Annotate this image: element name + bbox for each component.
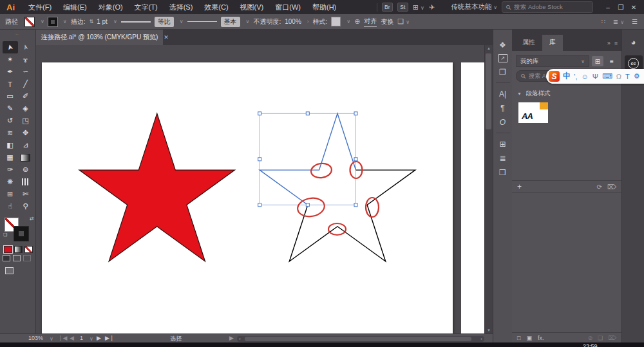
- artboard-number[interactable]: 1: [80, 335, 83, 341]
- fill-swatch[interactable]: [24, 17, 35, 27]
- swap-fill-stroke-icon[interactable]: ⇄: [30, 216, 34, 221]
- settings-icon[interactable]: ⚙: [634, 72, 640, 80]
- control-menu-icon[interactable]: ☰: [632, 18, 638, 25]
- scroll-down-icon[interactable]: ▼: [485, 328, 493, 332]
- paintbrush-tool[interactable]: ✐: [18, 90, 33, 102]
- stock-button[interactable]: St: [397, 3, 408, 12]
- menu-file[interactable]: 文件(F): [23, 3, 57, 12]
- width-tool[interactable]: ≋: [3, 127, 18, 139]
- lasso-tool[interactable]: ɤ: [18, 53, 33, 66]
- zoom-dropdown-icon[interactable]: ∨: [50, 336, 53, 342]
- export-icon[interactable]: ↗: [498, 54, 507, 62]
- graphic-style-swatch[interactable]: [331, 17, 341, 26]
- horizontal-scrollbar[interactable]: ‹ ›: [237, 336, 484, 342]
- column-graph-tool[interactable]: [18, 176, 33, 188]
- collapse-panel-icon[interactable]: »: [607, 40, 611, 46]
- shaper-tool[interactable]: ✎: [3, 102, 18, 115]
- screen-mode-button[interactable]: [5, 267, 14, 274]
- horizontal-scroll-thumb[interactable]: [245, 337, 471, 341]
- free-transform-tool[interactable]: ✥: [18, 127, 33, 139]
- mic-icon[interactable]: Ψ: [592, 73, 598, 80]
- close-button[interactable]: ✕: [627, 4, 640, 11]
- mesh-tool[interactable]: ▦: [3, 151, 18, 164]
- user-icon[interactable]: Ω: [616, 73, 621, 80]
- vertical-scrollbar[interactable]: ▲ ▼: [484, 45, 493, 333]
- blend-tool[interactable]: ⊚: [18, 164, 33, 176]
- draw-inside-button[interactable]: [23, 255, 31, 261]
- scroll-left-icon[interactable]: ‹: [239, 336, 241, 342]
- align-icon[interactable]: ≣: [499, 153, 506, 163]
- opentype-icon[interactable]: O: [500, 117, 506, 127]
- transform-icon[interactable]: ⊞: [499, 139, 506, 149]
- artboard[interactable]: [42, 62, 453, 333]
- symbol-sprayer-tool[interactable]: ❋: [3, 176, 18, 188]
- paragraph-styles-icon[interactable]: ¶: [500, 103, 504, 113]
- document-setup-icon[interactable]: ⊕: [354, 17, 360, 26]
- eyedropper-tool[interactable]: ✑: [3, 164, 18, 176]
- zoom-level[interactable]: 103%: [28, 335, 43, 341]
- layers-icon[interactable]: ❖: [499, 40, 506, 50]
- curvature-tool[interactable]: ∽: [18, 66, 33, 78]
- fill-box-icon[interactable]: ▣: [526, 335, 532, 341]
- bridge-button[interactable]: Br: [382, 3, 393, 12]
- document-tab[interactable]: 连接路径.ai* @ 103% (CMYK/GPU 预览) ✕: [35, 30, 163, 45]
- menu-window[interactable]: 窗口(W): [269, 3, 307, 12]
- rectangle-tool[interactable]: ▭: [3, 90, 18, 102]
- opacity-value[interactable]: 100%: [285, 18, 301, 25]
- ime-mode-toggle[interactable]: 中: [563, 71, 571, 82]
- artboards-icon[interactable]: ❐: [499, 67, 506, 77]
- delete-library-icon[interactable]: ⌦: [607, 183, 616, 191]
- direct-selection-tool[interactable]: ➢: [18, 41, 33, 53]
- sync-icon[interactable]: ⟳: [596, 183, 601, 191]
- stroke-box-icon[interactable]: □: [517, 335, 520, 341]
- chevron-down-icon[interactable]: ∨: [63, 19, 67, 24]
- scroll-right-icon[interactable]: ›: [480, 336, 482, 342]
- chevron-down-icon[interactable]: ∨: [346, 19, 350, 24]
- chevron-down-icon[interactable]: ∨: [180, 19, 184, 24]
- emoji-icon[interactable]: ☺: [582, 73, 589, 80]
- guides-icon[interactable]: ≣∨: [613, 18, 624, 25]
- transform-button[interactable]: 变换: [381, 17, 393, 26]
- color-mode-button[interactable]: [4, 246, 12, 253]
- scroll-up-icon[interactable]: ▲: [485, 46, 493, 50]
- stock-search-input[interactable]: ⚲ 搜索 Adobe Stock: [502, 1, 593, 13]
- stroke-color-box[interactable]: [14, 227, 28, 241]
- panel-menu-icon[interactable]: ≡: [614, 40, 618, 46]
- stock-graphics-icon[interactable]: ◕: [625, 37, 642, 52]
- workspace-switcher[interactable]: 传统基本功能 ∨: [451, 3, 497, 12]
- keyboard-icon[interactable]: ⌨: [602, 72, 612, 80]
- align-button[interactable]: 对齐: [364, 17, 377, 27]
- fx-button[interactable]: fx.: [538, 335, 544, 341]
- minimize-button[interactable]: –: [601, 4, 614, 11]
- default-fill-stroke-icon[interactable]: ❏: [3, 232, 7, 238]
- paragraph-styles-section-header[interactable]: ▼ 段落样式: [517, 89, 616, 98]
- isolate-icon[interactable]: ❏∨: [397, 17, 410, 26]
- artboard-tool[interactable]: ⊞: [3, 188, 18, 200]
- add-content-button[interactable]: +: [517, 182, 522, 191]
- restore-button[interactable]: ❐: [614, 4, 627, 11]
- opacity-more-icon[interactable]: ›: [307, 19, 309, 24]
- arrange-documents-icon[interactable]: ⊞∨: [413, 3, 424, 12]
- zoom-tool[interactable]: ⚲: [18, 200, 33, 212]
- brush-select[interactable]: 基本: [221, 17, 240, 27]
- grid-view-button[interactable]: ⊞: [592, 56, 603, 66]
- tab-properties[interactable]: 属性: [515, 35, 542, 51]
- draw-behind-button[interactable]: [13, 255, 21, 261]
- menu-edit[interactable]: 编辑(E): [57, 3, 93, 12]
- status-divider-icon[interactable]: ▶: [229, 335, 234, 341]
- sogou-logo-icon[interactable]: S: [549, 71, 560, 82]
- type-tool[interactable]: T: [3, 78, 18, 90]
- no-style-icon[interactable]: ⊘: [588, 335, 593, 341]
- pathfinder-icon[interactable]: ❒: [499, 167, 506, 177]
- hand-tool[interactable]: ☝: [3, 200, 18, 212]
- width-profile-select[interactable]: 等比: [155, 17, 174, 27]
- chevron-down-icon[interactable]: ∨: [41, 19, 44, 24]
- stroke-swatch[interactable]: [48, 17, 57, 26]
- menu-type[interactable]: 文字(T): [129, 3, 164, 12]
- stroke-weight-value[interactable]: 1 pt: [97, 18, 108, 25]
- punctuation-icon[interactable]: ’,: [574, 73, 578, 80]
- slice-tool[interactable]: ✄: [18, 188, 33, 200]
- perspective-grid-tool[interactable]: ⊿: [18, 139, 33, 151]
- menu-help[interactable]: 帮助(H): [307, 3, 342, 12]
- gradient-tool[interactable]: [18, 151, 33, 164]
